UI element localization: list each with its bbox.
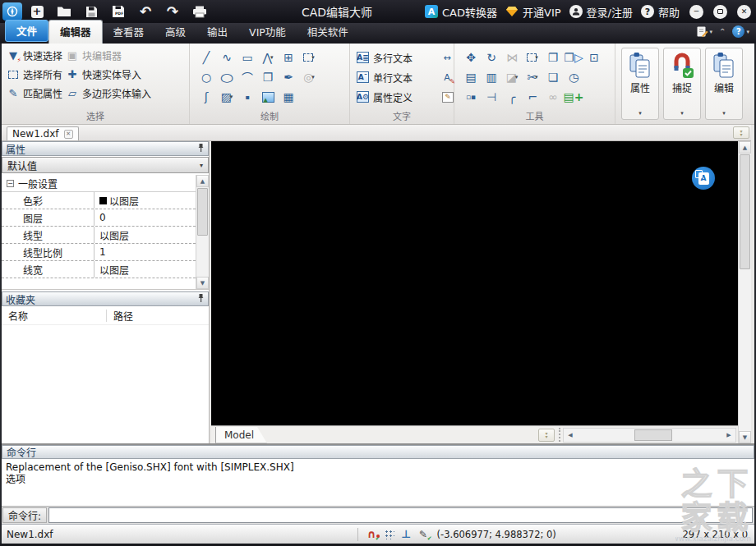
tab-vip-features[interactable]: VIP功能: [238, 21, 297, 44]
scale-icon[interactable]: ▫▪: [463, 89, 479, 105]
model-tab[interactable]: Model: [215, 427, 267, 443]
pin-icon[interactable]: [197, 293, 205, 305]
favorites-path-column[interactable]: 路径: [107, 309, 133, 323]
scroll-left-icon[interactable]: ◀: [564, 429, 577, 442]
scrollbar-thumb[interactable]: [634, 429, 672, 441]
scrollbar-thumb[interactable]: [740, 154, 750, 269]
multiline-text-button[interactable]: 多行文本: [373, 51, 413, 65]
polygon-entity-input-button[interactable]: ▱ 多边形实体输入: [66, 85, 151, 101]
horizontal-scrollbar[interactable]: ◀ ▶: [563, 428, 736, 443]
maximize-button[interactable]: [713, 5, 727, 19]
scroll-right-icon[interactable]: ▶: [722, 429, 735, 442]
ortho-toggle[interactable]: ⊥: [399, 527, 413, 541]
tab-list-button[interactable]: ▾▾: [733, 126, 749, 139]
undo-button[interactable]: ↶: [133, 2, 158, 21]
tab-file[interactable]: 文件: [5, 20, 48, 42]
tab-editor[interactable]: 编辑器: [48, 20, 103, 44]
close-tab-icon[interactable]: ✕: [64, 130, 73, 139]
property-row-lineweight[interactable]: 线宽 以图层: [2, 261, 196, 278]
snap-panel-button[interactable]: 捕捉 ▾: [663, 48, 701, 120]
fillet-icon[interactable]: ╭: [504, 89, 520, 105]
property-grid-scrollbar[interactable]: ▲ ▼: [196, 175, 209, 289]
add-layer-icon[interactable]: ▤+: [565, 89, 582, 105]
save-button[interactable]: [79, 2, 104, 21]
offset-icon[interactable]: ▾: [524, 49, 541, 66]
property-row-layer[interactable]: 图层 0: [2, 209, 196, 227]
font-edit-icon[interactable]: A✎: [440, 71, 454, 84]
quick-entity-import-button[interactable]: ✚ 快速实体导入: [66, 67, 151, 82]
block-editor-button[interactable]: ▣ 块编辑器: [66, 48, 151, 63]
property-row-linetype[interactable]: 线型 以图层: [2, 227, 196, 244]
properties-panel-button[interactable]: 属性 ▾: [621, 48, 659, 120]
move-icon[interactable]: ✥: [463, 49, 479, 66]
copy-block-icon[interactable]: ❐: [260, 69, 276, 85]
vertical-scrollbar[interactable]: ▲ ▼: [738, 141, 751, 443]
snap-toggle[interactable]: ∩✔: [365, 527, 379, 541]
polyline-icon[interactable]: ⋀▾: [260, 49, 276, 66]
favorites-name-column[interactable]: 名称: [2, 310, 107, 322]
canvas-floating-button[interactable]: A: [692, 167, 715, 190]
group-circles-icon[interactable]: ∞: [545, 89, 561, 105]
recent-blocks-icon[interactable]: ◷: [565, 69, 582, 85]
property-preset-dropdown[interactable]: 默认值 ▾: [2, 157, 209, 173]
rectangle-icon[interactable]: ▭: [239, 49, 256, 66]
freehand-sketch-icon[interactable]: ∿: [219, 49, 235, 66]
collapse-ribbon-button[interactable]: ⌃: [719, 27, 726, 36]
copy-stack-icon[interactable]: ❏: [545, 69, 561, 85]
named-view-icon[interactable]: ▤: [463, 69, 479, 85]
ellipse-icon[interactable]: ○: [219, 69, 235, 85]
copy-icon[interactable]: ❐: [545, 49, 561, 66]
drawing-canvas[interactable]: A: [211, 141, 738, 425]
stretch-icon[interactable]: ⊣: [483, 89, 500, 105]
point-icon[interactable]: ▪: [239, 89, 256, 105]
array-icon[interactable]: ⊡: [586, 49, 602, 66]
draft-toggle[interactable]: ✎✔: [417, 527, 431, 541]
scroll-up-icon[interactable]: ▲: [739, 141, 751, 154]
command-history[interactable]: Replacement of the [Geniso.SHX] font wit…: [2, 459, 754, 507]
erase-icon[interactable]: ◪▾: [504, 69, 520, 85]
spline-icon[interactable]: ʃ: [198, 89, 214, 105]
save-pdf-button[interactable]: PDF: [106, 2, 131, 21]
attribute-define-button[interactable]: 属性定义: [373, 90, 413, 104]
text-spacing-icon[interactable]: ↔: [440, 51, 454, 64]
scroll-up-icon[interactable]: ▲: [196, 175, 209, 187]
open-file-button[interactable]: [52, 2, 76, 21]
property-row-color[interactable]: 色彩 以图层: [2, 192, 196, 209]
cad-converter-link[interactable]: A CAD转换器: [425, 4, 497, 20]
rotate-icon[interactable]: ↻: [483, 49, 500, 66]
insert-block-icon[interactable]: ⊞: [280, 49, 297, 66]
tab-viewer[interactable]: 查看器: [103, 21, 155, 44]
ribbon-help-button[interactable]: ? ▾: [732, 25, 749, 38]
circle-icon[interactable]: ○: [198, 69, 214, 85]
tab-advanced[interactable]: 高级: [154, 21, 196, 44]
mirror-icon[interactable]: ⋈: [504, 49, 520, 66]
tab-output[interactable]: 输出: [196, 21, 238, 44]
block-update-icon[interactable]: ❐▷: [565, 49, 582, 66]
grid-toggle[interactable]: [382, 527, 396, 541]
tab-related-software[interactable]: 相关软件: [297, 21, 359, 44]
property-section-row[interactable]: − 一般设置: [2, 175, 196, 192]
help-link[interactable]: ? 帮助: [641, 4, 680, 20]
vip-link[interactable]: 开通VIP: [505, 4, 561, 20]
property-row-linetype-scale[interactable]: 线型比例 1: [2, 244, 196, 261]
image-icon[interactable]: [260, 89, 276, 105]
pin-icon[interactable]: [197, 143, 205, 155]
print-button[interactable]: [187, 2, 212, 21]
hatch-icon[interactable]: ▨▾: [219, 89, 235, 105]
new-view-icon[interactable]: ▥: [483, 69, 500, 85]
singleline-text-button[interactable]: 单行文本: [373, 71, 413, 85]
scroll-down-icon[interactable]: ▼: [196, 277, 209, 289]
quick-select-button[interactable]: ▼⚡ 快速选择: [7, 48, 62, 63]
collapse-icon[interactable]: −: [7, 180, 14, 187]
close-button[interactable]: ✕: [737, 5, 751, 19]
line-icon[interactable]: ╱: [198, 49, 214, 66]
chamfer-icon[interactable]: ⌐: [524, 89, 541, 105]
match-properties-button[interactable]: ✎ 匹配属性: [7, 85, 62, 101]
redo-button[interactable]: ↷: [160, 2, 185, 21]
scrollbar-thumb[interactable]: [197, 188, 208, 236]
login-link[interactable]: 登录/注册: [569, 4, 633, 20]
new-file-button[interactable]: +: [25, 2, 49, 21]
document-tab[interactable]: New1.dxf ✕: [7, 126, 79, 140]
minimize-button[interactable]: ─: [689, 5, 703, 19]
pen-icon[interactable]: ✒: [280, 69, 297, 85]
